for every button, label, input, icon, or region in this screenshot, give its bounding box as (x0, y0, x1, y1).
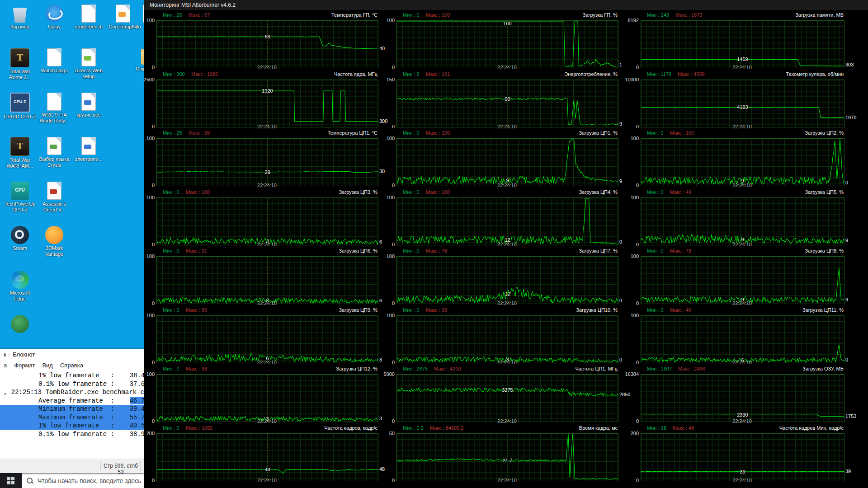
max-value: Макс : 100 (426, 12, 450, 18)
min-value: Мин : 0 (156, 366, 179, 371)
cursor-line (508, 434, 508, 481)
graph-plot: 39 (641, 433, 844, 481)
min-value: Мин : 0 (396, 12, 420, 18)
graph-plot: 6 (156, 315, 378, 363)
graph-plot: 3 (156, 256, 378, 304)
graph-header: Мин : 0Макс : 1082Частота кадров, кадр/с (156, 425, 377, 431)
min-value: Мин : 0 (641, 307, 664, 313)
max-value: Макс : 1673 (675, 12, 702, 18)
cursor-value-label: 21.7 (494, 458, 521, 463)
graph-plot: 66 (156, 20, 378, 68)
axis-bottom-label: 0 (368, 183, 395, 188)
cursor-line (268, 198, 268, 245)
graph-plot: 3 (156, 374, 378, 422)
max-value: Макс : 84809.2 (430, 425, 464, 431)
time-label: 22:24:10 (247, 124, 288, 129)
graph-header: Мин : 26Макс : 67Температура ГП, °C (156, 12, 377, 18)
min-value: Мин : 0 (156, 425, 179, 431)
min-value: Мин : 26 (156, 12, 182, 18)
graph-header: Мин : 38Макс : 48Частота кадров Мин, кад… (641, 425, 844, 431)
time-label: 22:24:10 (247, 183, 288, 188)
time-label: 22:24:10 (722, 242, 763, 247)
graph-plot: 29 (156, 138, 378, 186)
min-value: Мин : 38 (641, 425, 666, 431)
end-value-label: 0 (619, 239, 646, 244)
cursor-line (268, 257, 268, 304)
axis-bottom-label: 0 (128, 478, 155, 483)
graph-plot: 3375 (396, 374, 618, 422)
axis-top-label: 100 (613, 313, 639, 318)
max-value: Макс : 31 (186, 248, 207, 253)
graph-plot: 21.7 (396, 433, 618, 481)
axis-top-label: 100 (128, 313, 155, 318)
end-value-label: 3 (379, 357, 406, 362)
graph-header: Мин : 0Макс : 78Загрузка ЦП7, % (396, 248, 618, 254)
graph-plot: 4193 (641, 80, 844, 127)
graph-title: Загрузка ЦП11, % (802, 307, 844, 313)
min-value: Мин : 0 (396, 307, 420, 313)
axis-top-label: 100 (368, 136, 395, 141)
min-value: Мин : 1179 (641, 71, 671, 77)
max-value: Макс : 100 (426, 130, 450, 136)
min-value: Мин : 1607 (641, 366, 672, 371)
max-value: Макс : 4200 (434, 366, 461, 371)
time-label: 22:24:10 (487, 183, 528, 188)
axis-bottom-label: 0 (128, 418, 155, 424)
axis-top-label: 10000 (613, 77, 639, 82)
cursor-value-label: 12 (494, 291, 521, 297)
axis-top-label: 2500 (128, 77, 155, 82)
end-value-label: 40 (379, 46, 406, 51)
max-value: Макс : 78 (426, 248, 447, 253)
cursor-value-label: 9 (729, 178, 756, 183)
cursor-value-label: 4193 (729, 104, 756, 110)
graph-plot: 3 (396, 315, 618, 363)
time-label: 22:24:10 (722, 124, 763, 129)
time-label: 22:24:10 (487, 478, 528, 483)
max-value: Макс : 48 (673, 425, 694, 431)
min-value: Мин : 8 (396, 71, 420, 77)
cursor-value-label: 3 (494, 357, 521, 362)
axis-top-label: 100 (368, 313, 395, 318)
max-value: Макс : 56 (186, 307, 207, 313)
min-value: Мин : 0 (156, 307, 179, 313)
axis-bottom-label: 0 (128, 124, 155, 129)
end-value-label: 0 (845, 357, 868, 362)
max-value: Макс : 49 (670, 189, 691, 195)
end-value-label: 2850 (619, 392, 646, 397)
max-value: Макс : 78 (670, 248, 691, 253)
end-value-label: 9 (619, 121, 646, 127)
end-value-label: 48 (379, 466, 406, 472)
cursor-value-label: 6 (254, 356, 281, 361)
axis-top-label: 5000 (368, 371, 395, 377)
graph-plot: 12 (396, 256, 618, 304)
graph-header: Мин : 0Макс : 100Загрузка ЦП1, % (396, 130, 618, 136)
graph-header: Мин : 2675Макс : 4200Частота ЦП1, МГц (396, 366, 618, 372)
end-value-label: 0 (845, 180, 868, 185)
end-value-label: 1970 (845, 115, 868, 120)
graph-header: Мин : 0.0Макс : 84809.2Время кадра, мс (396, 425, 618, 431)
cursor-line (508, 80, 508, 127)
axis-top-label: 100 (613, 195, 639, 200)
axis-bottom-label: 0 (128, 300, 155, 306)
graph-plot: 12 (396, 197, 618, 245)
end-value-label: 1753 (845, 413, 868, 419)
end-value-label: 1 (619, 62, 646, 67)
graph-header: Мин : 300Макс : 1980Частота ядра, МГц (156, 71, 377, 77)
axis-top-label: 100 (613, 136, 639, 141)
end-value-label: 3 (379, 416, 406, 421)
graph-title: Энергопотребление, % (564, 71, 618, 77)
graph-title: Загрузка ЦП4, % (579, 189, 618, 195)
time-label: 22:24:10 (247, 65, 288, 70)
min-value: Мин : 0 (396, 189, 420, 195)
axis-top-label: 100 (128, 195, 155, 200)
axis-bottom-label: 0 (128, 65, 155, 70)
graph-header: Мин : 243Макс : 1673Загрузка памяти, МБ (641, 12, 844, 18)
graph-header: Мин : 1179Макс : 4589Тахометр кулера, об… (641, 71, 844, 77)
min-value: Мин : 0 (156, 248, 179, 253)
max-value: Макс : 38 (186, 366, 207, 371)
min-value: Мин : 0.0 (396, 425, 424, 431)
min-value: Мин : 300 (156, 71, 185, 77)
graph-plot: 1920 (156, 80, 378, 127)
axis-top-label: 100 (128, 18, 155, 23)
cursor-line (743, 316, 743, 363)
